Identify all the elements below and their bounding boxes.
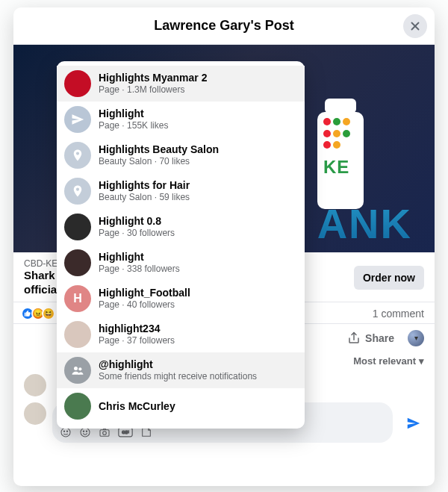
suggestion-item[interactable]: highlight234Page · 37 followers <box>57 317 305 352</box>
svg-point-3 <box>63 431 64 432</box>
suggestion-avatar <box>64 321 91 348</box>
share-icon <box>347 331 361 345</box>
suggestion-name: Chris McCurley <box>99 400 175 413</box>
svg-point-6 <box>83 431 84 432</box>
suggestion-avatar <box>64 106 91 133</box>
share-button[interactable]: Share <box>341 327 400 349</box>
modal-header: Lawrence Gary's Post <box>13 7 435 45</box>
chevron-down-icon: ▾ <box>419 355 424 367</box>
suggestion-meta: Beauty Salon · 70 likes <box>99 156 219 166</box>
suggestion-name: Highlights for Hair <box>99 179 190 192</box>
svg-point-5 <box>81 428 90 437</box>
share-label: Share <box>365 332 394 344</box>
post-modal: Lawrence Gary's Post KE ANK CBD-KE Shark… <box>13 7 435 486</box>
suggestion-item[interactable]: @highlightSome friends might receive not… <box>57 352 305 388</box>
voice-selector[interactable]: ▾ <box>408 330 424 346</box>
svg-rect-8 <box>100 429 109 436</box>
send-button[interactable] <box>403 413 424 434</box>
link-title-line2: officia <box>24 283 57 296</box>
my-avatar[interactable] <box>24 402 46 425</box>
suggestion-name: highlight234 <box>99 323 175 335</box>
modal-title: Lawrence Gary's Post <box>154 18 293 34</box>
suggestion-name: @highlight <box>99 358 257 371</box>
suggestion-item[interactable]: Highlights Beauty SalonBeauty Salon · 70… <box>57 137 305 173</box>
suggestion-meta: Page · 338 followers <box>99 264 180 274</box>
suggestion-avatar <box>64 70 91 97</box>
suggestion-item[interactable]: HighlightPage · 338 followers <box>57 245 305 281</box>
suggestion-item[interactable]: Highlight 0.8Page · 30 followers <box>57 209 305 245</box>
commenter-avatar[interactable] <box>24 374 46 396</box>
suggestion-meta: Beauty Salon · 59 likes <box>99 192 190 202</box>
suggestion-item[interactable]: Highlights for HairBeauty Salon · 59 lik… <box>57 173 305 209</box>
suggestion-avatar <box>64 142 91 169</box>
suggestion-meta: Page · 1.3M followers <box>99 84 207 95</box>
suggestion-item[interactable]: Highlights Myanmar 2Page · 1.3M follower… <box>57 66 305 102</box>
suggestion-avatar <box>64 393 91 420</box>
image-text-ank: ANK <box>317 199 412 248</box>
suggestion-name: Highlights Myanmar 2 <box>99 72 207 84</box>
suggestion-item[interactable]: Chris McCurley <box>57 388 305 424</box>
suggestion-name: Highlight <box>99 251 180 264</box>
svg-point-9 <box>103 431 107 435</box>
suggestion-avatar: H <box>64 285 91 312</box>
suggestion-meta: Page · 155K likes <box>99 120 168 131</box>
mention-suggestions: Highlights Myanmar 2Page · 1.3M follower… <box>57 61 305 429</box>
suggestion-item[interactable]: HHighlight_FootballPage · 40 followers <box>57 281 305 317</box>
bottle-label: KE <box>323 157 349 178</box>
link-title-left: Shark <box>24 269 55 281</box>
suggestion-meta: Page · 30 followers <box>99 228 175 238</box>
suggestion-avatar <box>64 214 91 240</box>
svg-point-12 <box>74 367 78 370</box>
haha-icon: 😆 <box>42 307 55 320</box>
suggestion-avatar <box>64 357 91 384</box>
product-bottle: KE <box>317 112 364 209</box>
suggestion-name: Highlight <box>99 108 168 120</box>
reactions-cluster[interactable]: 😠 😆 <box>24 307 55 320</box>
suggestion-meta: Page · 40 followers <box>99 299 190 310</box>
suggestion-name: Highlight_Football <box>99 287 190 299</box>
svg-text:GIF: GIF <box>122 430 129 435</box>
close-button[interactable] <box>403 14 427 38</box>
suggestion-item[interactable]: HighlightPage · 155K likes <box>57 102 305 137</box>
suggestion-avatar <box>64 249 91 276</box>
suggestion-name: Highlights Beauty Salon <box>99 143 219 156</box>
svg-point-7 <box>86 431 87 432</box>
close-icon <box>408 19 422 33</box>
suggestion-name: Highlight 0.8 <box>99 215 175 228</box>
suggestion-meta: Page · 37 followers <box>99 335 175 346</box>
order-now-button[interactable]: Order now <box>354 266 424 290</box>
sort-label: Most relevant <box>353 355 416 367</box>
svg-point-13 <box>78 367 81 370</box>
send-icon <box>405 415 422 432</box>
suggestion-meta: Some friends might receive notifications <box>99 371 257 382</box>
comment-count[interactable]: 1 comment <box>373 308 424 320</box>
svg-point-2 <box>61 428 70 437</box>
suggestion-avatar <box>64 178 91 205</box>
svg-point-4 <box>66 431 67 432</box>
